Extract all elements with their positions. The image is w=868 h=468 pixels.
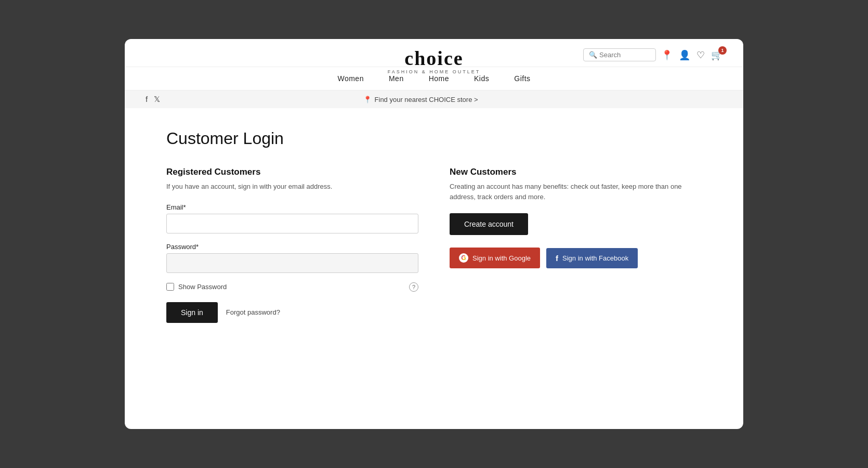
wishlist-icon[interactable]: ♡ — [696, 49, 705, 61]
logo-main: choice — [388, 48, 481, 68]
nav-item-kids[interactable]: Kids — [474, 74, 489, 83]
store-bar: f 𝕏 📍 Find your nearest CHOICE store > — [125, 90, 743, 108]
browser-window: choice FASHION & HOME OUTLET 🔍 📍 👤 ♡ 🛒 1… — [125, 39, 743, 429]
registered-section-title: Registered Customers — [166, 167, 418, 177]
show-password-row: Show Password ? — [166, 282, 418, 292]
facebook-social-icon[interactable]: f — [146, 95, 148, 104]
account-icon[interactable]: 👤 — [679, 49, 690, 61]
header-right: 🔍 📍 👤 ♡ 🛒 1 — [583, 48, 722, 61]
search-icon: 🔍 — [589, 51, 597, 59]
new-section-desc: Creating an account has many benefits: c… — [450, 181, 702, 202]
new-customers-section: New Customers Creating an account has ma… — [450, 167, 702, 323]
show-password-left: Show Password — [166, 283, 227, 291]
facebook-icon: f — [556, 254, 558, 263]
password-form-group: Password* — [166, 243, 418, 273]
create-account-button[interactable]: Create account — [450, 213, 528, 235]
registered-section-desc: If you have an account, sign in with you… — [166, 181, 418, 192]
forgot-password-link[interactable]: Forgot password? — [226, 308, 280, 316]
facebook-label: Sign in with Facebook — [562, 254, 628, 262]
cart-badge: 1 — [718, 46, 727, 55]
logo-sub: FASHION & HOME OUTLET — [388, 69, 481, 74]
social-signin-row: G Sign in with Google f Sign in with Fac… — [450, 248, 702, 268]
social-links: f 𝕏 — [146, 95, 160, 104]
cart-icon[interactable]: 🛒 1 — [711, 49, 722, 61]
nav-item-home[interactable]: Home — [429, 74, 449, 83]
nav-item-men[interactable]: Men — [389, 74, 404, 83]
email-form-group: Email* — [166, 203, 418, 233]
form-actions: Sign in Forgot password? — [166, 302, 418, 323]
facebook-signin-button[interactable]: f Sign in with Facebook — [546, 248, 638, 268]
google-signin-button[interactable]: G Sign in with Google — [450, 248, 540, 268]
find-store-text: Find your nearest CHOICE store > — [375, 96, 478, 103]
search-box[interactable]: 🔍 — [583, 48, 656, 61]
email-label: Email* — [166, 203, 418, 211]
new-section-title: New Customers — [450, 167, 702, 177]
logo: choice FASHION & HOME OUTLET — [388, 48, 481, 74]
sign-in-button[interactable]: Sign in — [166, 302, 218, 323]
nav-item-women[interactable]: Women — [337, 74, 363, 83]
twitter-social-icon[interactable]: 𝕏 — [154, 95, 160, 104]
main-content: Customer Login Registered Customers If y… — [125, 108, 743, 354]
header: choice FASHION & HOME OUTLET 🔍 📍 👤 ♡ 🛒 1 — [125, 39, 743, 67]
header-icons: 📍 👤 ♡ 🛒 1 — [661, 49, 722, 61]
password-input[interactable] — [166, 253, 418, 273]
login-grid: Registered Customers If you have an acco… — [166, 167, 702, 323]
pin-icon: 📍 — [363, 96, 372, 103]
show-password-checkbox[interactable] — [166, 283, 174, 291]
google-icon: G — [459, 253, 468, 263]
find-store-link[interactable]: 📍 Find your nearest CHOICE store > — [363, 96, 478, 103]
google-label: Sign in with Google — [472, 254, 531, 262]
nav-item-gifts[interactable]: Gifts — [514, 74, 530, 83]
show-password-label[interactable]: Show Password — [178, 283, 227, 291]
email-input[interactable] — [166, 214, 418, 233]
help-icon[interactable]: ? — [409, 282, 418, 292]
location-icon[interactable]: 📍 — [661, 49, 673, 61]
page-title: Customer Login — [166, 129, 702, 148]
password-label: Password* — [166, 243, 418, 251]
registered-customers-section: Registered Customers If you have an acco… — [166, 167, 418, 323]
search-input[interactable] — [599, 51, 650, 59]
